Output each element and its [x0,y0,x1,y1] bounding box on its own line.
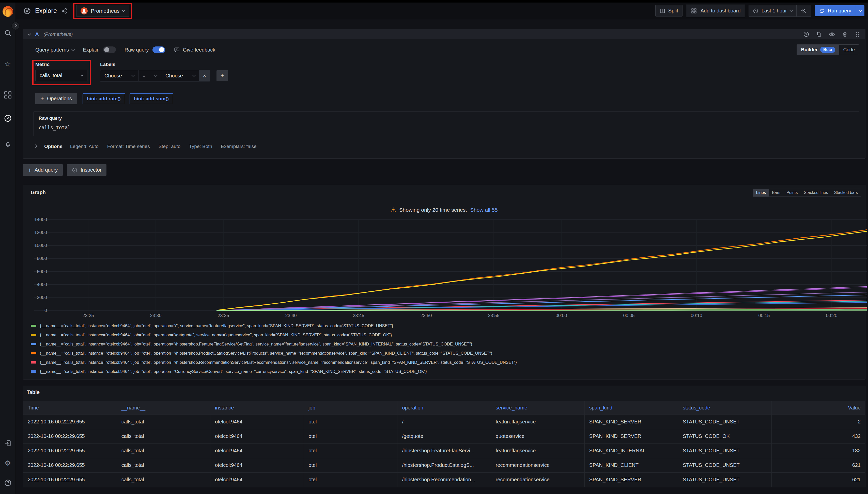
column-header-Value[interactable]: Value [772,401,865,415]
legend-item-5[interactable]: {__name__="calls_total", instance="otelc… [31,367,861,376]
series-line-trace-pale-green [217,310,867,310]
legend-swatch [31,334,36,336]
legend-item-3[interactable]: {__name__="calls_total", instance="otelc… [31,348,861,358]
share-icon[interactable] [61,7,68,14]
legend-item-0[interactable]: {__name__="calls_total", instance="otelc… [31,321,861,330]
grafana-logo[interactable] [2,6,13,17]
x-axis-tick: 23:55 [488,313,499,318]
y-axis-tick: 8000 [37,256,47,261]
starred-icon[interactable]: ☆ [3,59,13,69]
column-header-statuscode[interactable]: status_code [678,401,772,415]
search-icon[interactable] [3,28,13,38]
column-header-servicename[interactable]: service_name [491,401,584,415]
run-query-button[interactable]: Run query [815,5,865,16]
table-cell: SPAN_KIND_SERVER [584,429,678,443]
table-cell: recommendationservice [491,472,584,487]
options-expand-chevron[interactable] [34,145,37,148]
legend-item-1[interactable]: {__name__="calls_total", instance="otelc… [31,330,861,339]
time-series-chart[interactable]: 0200040006000800010000120001400023:2523:… [27,217,868,319]
table-cell: otelcol:9464 [210,472,304,487]
dashboards-icon[interactable] [3,90,13,99]
graph-style-tab-stacked-lines[interactable]: Stacked lines [801,189,831,196]
remove-label-button[interactable]: × [199,70,210,81]
x-axis-tick: 00:20 [826,313,837,318]
legend-item-4[interactable]: {__name__="calls_total", instance="otelc… [31,358,861,367]
series-limit-warning: ⚠ Showing only 20 time series. Show all … [27,206,861,213]
query-patterns-dropdown[interactable]: Query patterns [35,47,74,53]
legend-item-2[interactable]: {__name__="calls_total", instance="otelc… [31,339,861,348]
label-value-select[interactable]: Choose [161,70,199,81]
datasource-picker[interactable]: Prometheus [76,5,129,17]
time-range-picker[interactable]: Last 1 hour [748,5,797,17]
y-axis-tick: 4000 [37,282,47,287]
add-label-button[interactable]: + [217,70,228,81]
table-cell: 182 [772,443,865,458]
code-mode-tab[interactable]: Code [839,45,859,55]
raw-query-toggle[interactable] [152,46,165,53]
table-cell: STATUS_CODE_UNSET [678,415,772,429]
drag-handle-icon[interactable] [854,31,860,38]
y-axis-tick: 6000 [37,269,47,274]
sidebar-expand-button[interactable] [12,22,20,30]
builder-mode-tab[interactable]: Builder Beta [797,45,839,55]
graph-style-tab-points[interactable]: Points [783,189,801,196]
table-cell: otel [304,458,397,472]
column-header-operation[interactable]: operation [397,401,491,415]
table-row-4: 2022-10-16 00:22:29.655calls_totalotelco… [23,472,865,487]
add-query-button[interactable]: + Add query [23,164,63,176]
graph-style-tab-bars[interactable]: Bars [769,189,783,196]
table-cell: /hipstershop.FeatureFlagServi... [397,443,491,458]
info-icon [72,167,77,173]
column-header-spankind[interactable]: span_kind [584,401,678,415]
collapse-chevron-icon[interactable] [28,32,31,36]
settings-gear-icon[interactable]: ⚙ [3,458,13,468]
inspector-button[interactable]: Inspector [67,164,107,176]
label-operator-select[interactable]: = [138,70,161,81]
explore-compass-icon[interactable] [3,114,13,123]
column-header-name[interactable]: __name__ [116,401,210,415]
graph-panel-title: Graph [27,189,46,195]
explore-toolbar: Explore Prometheus Split [16,2,868,19]
operations-button[interactable]: + Operations [35,93,77,104]
show-all-series-link[interactable]: Show all 55 [470,207,498,213]
query-hint-button-1[interactable]: hint: add sum() [130,93,173,104]
zoom-out-time-button[interactable] [797,5,811,17]
split-button[interactable]: Split [655,5,683,17]
hide-query-eye-icon[interactable] [829,31,835,38]
delete-query-trash-icon[interactable] [842,31,848,37]
column-header-instance[interactable]: instance [210,401,304,415]
copy-query-icon[interactable] [816,31,822,37]
sign-in-icon[interactable] [3,439,13,448]
table-cell: recommendationservice [491,458,584,472]
zoom-out-icon [801,8,807,14]
y-axis-tick: 2000 [37,295,47,300]
table-cell: quoteservice [491,429,584,443]
query-options-row[interactable]: Options Legend: AutoFormat: Time seriesS… [33,141,859,152]
table-cell: 2022-10-16 00:22:29.655 [23,415,116,429]
table-cell: 2022-10-16 00:22:29.655 [23,429,116,443]
give-feedback-button[interactable]: Give feedback [174,47,216,53]
alerting-bell-icon[interactable] [3,140,13,149]
legend-swatch [31,343,36,345]
query-option-summary-3: Type: Both [189,144,212,149]
query-row-header[interactable]: A (Prometheus) [23,29,865,39]
graph-style-tab-stacked-bars[interactable]: Stacked bars [831,189,861,196]
table-cell: otelcol:9464 [210,458,304,472]
x-axis-tick: 00:00 [556,313,567,318]
add-to-dashboard-button[interactable]: Add to dashboard [686,4,745,17]
table-panel-title: Table [23,388,40,395]
query-hint-button-0[interactable]: hint: add rate() [83,93,125,104]
graph-style-tab-lines[interactable]: Lines [753,189,769,196]
query-help-icon[interactable] [803,31,809,37]
column-header-Time[interactable]: Time [23,401,116,415]
column-header-job[interactable]: job [304,401,397,415]
legend-item-clipped[interactable]: {__name__="calls_total", instance="otelc… [31,376,861,378]
plus-icon: + [40,96,44,101]
label-key-select[interactable]: Choose [100,70,138,81]
y-axis-tick: 10000 [34,243,47,248]
explain-toggle[interactable] [103,46,116,53]
help-icon[interactable] [3,478,13,488]
metric-select[interactable]: calls_total [35,70,87,81]
table-cell: calls_total [116,458,210,472]
run-query-caret[interactable] [856,5,865,16]
